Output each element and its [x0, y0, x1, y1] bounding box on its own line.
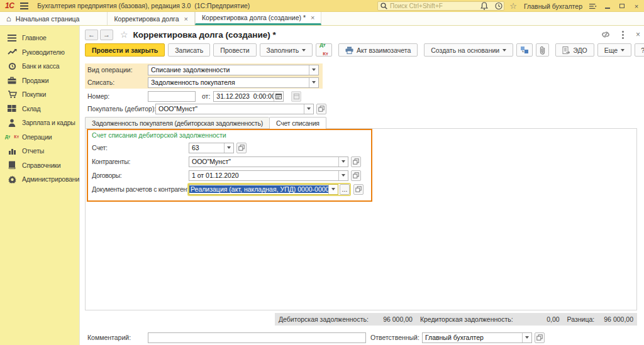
- operation-type-select[interactable]: Списание задолженности: [148, 65, 319, 75]
- section-title: Счет списания дебиторской задолженности: [92, 131, 367, 140]
- dropdown-arrow-icon[interactable]: [522, 333, 531, 342]
- back-arrow-icon[interactable]: ←: [85, 30, 98, 40]
- tab-debt-of-buyer[interactable]: Задолженность покупателя (дебиторская за…: [85, 117, 269, 128]
- settlement-docs-selected-value: Реализация (акт, накладная, УПД) 0000-00…: [189, 185, 328, 193]
- settlement-docs-select[interactable]: Реализация (акт, накладная, УПД) 0000-00…: [189, 184, 338, 195]
- book-icon: [7, 160, 17, 170]
- sidebar-item-prodazhi[interactable]: Продажи: [0, 74, 79, 88]
- history-icon[interactable]: [495, 3, 502, 10]
- tab-korrektirovka-dolga-sozdanie[interactable]: Корректировка долга (создание) * ×: [195, 12, 322, 25]
- sidebar-item-administrirovanie[interactable]: Администрирование: [0, 172, 79, 187]
- tab-korrektirovka-dolga[interactable]: Корректировка долга ×: [107, 12, 194, 25]
- tab-writeoff-account[interactable]: Счет списания: [269, 117, 326, 129]
- dropdown-arrow-icon[interactable]: [309, 65, 318, 75]
- sidebar-item-spravochniki[interactable]: Справочники: [0, 158, 79, 173]
- tab-home[interactable]: ⌂ Начальная страница: [0, 12, 87, 25]
- open-settlement-doc-icon[interactable]: [353, 184, 364, 195]
- open-buyer-icon[interactable]: [316, 104, 326, 114]
- dropdown-arrow-icon: [621, 49, 625, 52]
- window-minimize-icon[interactable]: [604, 3, 611, 10]
- open-contract-icon[interactable]: [351, 170, 361, 181]
- attachments-button[interactable]: [536, 43, 549, 57]
- sidebar-item-label: Операции: [22, 133, 52, 141]
- bank-coin-icon: [7, 62, 17, 71]
- forward-arrow-icon[interactable]: →: [100, 30, 113, 40]
- dropdown-arrow-icon[interactable]: [328, 185, 338, 194]
- related-documents-button[interactable]: [516, 43, 533, 57]
- dropdown-arrow-icon: [502, 49, 506, 52]
- dropdown-arrow-icon[interactable]: [224, 143, 233, 153]
- dropdown-arrow-icon[interactable]: [338, 171, 348, 180]
- buyer-select[interactable]: ООО"Мунст": [155, 104, 314, 114]
- sidebar-item-label: Банк и касса: [22, 62, 59, 70]
- settings-menu-icon[interactable]: [589, 3, 597, 10]
- number-input[interactable]: [148, 91, 196, 102]
- sidebar-item-operacii[interactable]: ДтКт Операции: [0, 130, 79, 145]
- tab-label: Корректировка долга (создание) *: [202, 14, 306, 21]
- contracts-select[interactable]: 1 от 01.12.2020: [189, 170, 348, 181]
- sidebar-item-pokupki[interactable]: Покупки: [0, 87, 79, 102]
- briefcase-icon: [7, 75, 17, 85]
- sections-sidebar: Главное Руководителю Банк и касса Продаж…: [0, 26, 79, 345]
- contractors-label: Контрагенты:: [92, 158, 189, 165]
- save-button[interactable]: Записать: [168, 43, 210, 57]
- more-button-label: Еще: [604, 47, 618, 54]
- dropdown-arrow-icon[interactable]: [304, 104, 313, 114]
- operation-type-value: Списание задолженности: [148, 66, 309, 74]
- post-button[interactable]: Провести: [213, 43, 256, 57]
- sidebar-item-bank-i-kassa[interactable]: Банк и касса: [0, 59, 79, 74]
- window-close-icon[interactable]: ×: [633, 3, 640, 10]
- sidebar-item-zarplata-i-kadry[interactable]: Зарплата и кадры: [0, 116, 79, 130]
- current-user-label[interactable]: Главный бухгалтер: [524, 3, 582, 10]
- calendar-icon[interactable]: [274, 92, 283, 101]
- person-icon: [7, 118, 17, 128]
- date-from-label: от:: [202, 92, 210, 100]
- open-responsible-icon[interactable]: [535, 332, 545, 343]
- favorite-star-icon[interactable]: ☆: [120, 30, 128, 40]
- window-maximize-icon[interactable]: [618, 3, 626, 10]
- offset-act-button[interactable]: Акт взаимозачета: [338, 43, 418, 57]
- form-close-icon[interactable]: ×: [636, 30, 640, 39]
- responsible-select[interactable]: Главный бухгалтер: [422, 332, 532, 343]
- edo-icon: [562, 47, 570, 54]
- open-contractor-icon[interactable]: [351, 156, 361, 167]
- post-and-close-button[interactable]: Провести и закрыть: [85, 43, 165, 57]
- window-titlebar: 1С Бухгалтерия предприятия (базовая), ре…: [0, 0, 644, 12]
- sidebar-item-sklad[interactable]: Склад: [0, 102, 79, 116]
- sidebar-item-label: Отчеты: [22, 147, 44, 155]
- menu-lines-icon: [7, 33, 17, 43]
- date-input[interactable]: 31.12.2023 0:00:00: [213, 91, 284, 102]
- account-select[interactable]: 63: [189, 143, 234, 153]
- date-value: 31.12.2023 0:00:00: [214, 92, 274, 100]
- more-menu-icon[interactable]: [622, 34, 624, 36]
- kt-label: Кт: [323, 52, 328, 57]
- application-title: Бухгалтерия предприятия (базовая), редак…: [37, 2, 250, 9]
- dt-label: Дт: [319, 43, 326, 48]
- tab-close-icon[interactable]: ×: [311, 14, 314, 21]
- gear-icon: [7, 175, 17, 184]
- writeoff-select[interactable]: Задолженность покупателя: [148, 77, 319, 88]
- edo-button[interactable]: ЭДО: [555, 43, 594, 57]
- contractors-value: ООО"Мунст": [189, 158, 338, 165]
- tab-close-icon[interactable]: ×: [184, 15, 187, 23]
- dropdown-arrow-icon[interactable]: [338, 157, 348, 167]
- ellipsis-choose-button[interactable]: ...: [340, 184, 350, 195]
- show-postings-dtkt-button[interactable]: Дт Кт: [316, 43, 332, 57]
- more-button[interactable]: Еще: [597, 43, 631, 57]
- main-menu-icon[interactable]: [20, 3, 28, 9]
- fill-button-label: Заполнить: [267, 47, 299, 54]
- contracts-label: Договоры:: [92, 172, 189, 179]
- open-account-icon[interactable]: [236, 143, 247, 153]
- dropdown-arrow-icon[interactable]: [309, 78, 318, 87]
- sidebar-item-rukovoditelyu[interactable]: Руководителю: [0, 45, 79, 60]
- sidebar-item-otchety[interactable]: Отчеты: [0, 144, 79, 158]
- comment-input[interactable]: [148, 332, 366, 343]
- help-button[interactable]: ?: [635, 43, 644, 57]
- create-based-on-button[interactable]: Создать на основании: [424, 43, 513, 57]
- contractors-select[interactable]: ООО"Мунст": [189, 156, 348, 167]
- favorites-star-icon[interactable]: ☆: [509, 3, 517, 10]
- sidebar-item-glavnoe[interactable]: Главное: [0, 31, 79, 45]
- get-link-icon[interactable]: [601, 31, 610, 38]
- fill-button[interactable]: Заполнить: [260, 43, 313, 57]
- notifications-bell-icon[interactable]: [480, 3, 488, 10]
